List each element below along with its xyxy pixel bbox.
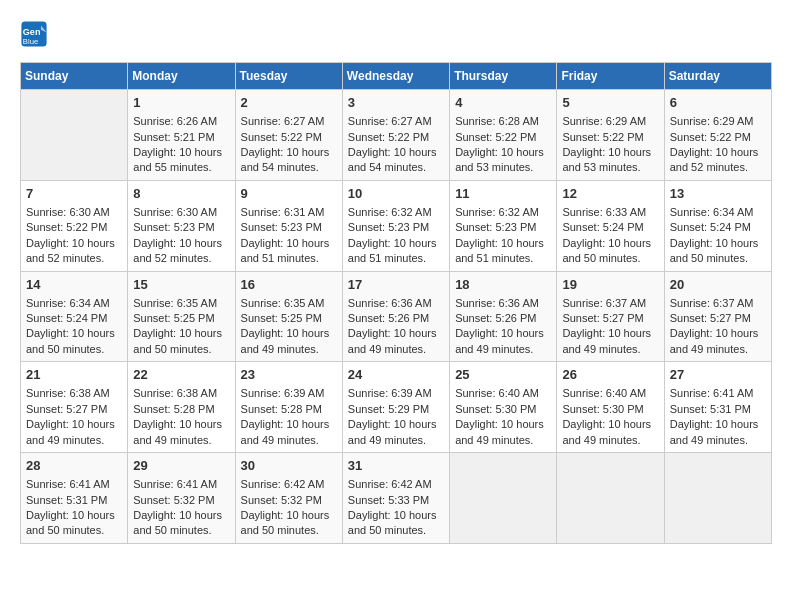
calendar-cell: 8Sunrise: 6:30 AMSunset: 5:23 PMDaylight… — [128, 180, 235, 271]
cell-info-line: Daylight: 10 hours — [241, 417, 337, 432]
calendar-cell: 6Sunrise: 6:29 AMSunset: 5:22 PMDaylight… — [664, 90, 771, 181]
cell-info-line: Sunset: 5:22 PM — [348, 130, 444, 145]
calendar-cell: 4Sunrise: 6:28 AMSunset: 5:22 PMDaylight… — [450, 90, 557, 181]
calendar-cell: 7Sunrise: 6:30 AMSunset: 5:22 PMDaylight… — [21, 180, 128, 271]
day-number: 2 — [241, 94, 337, 112]
cell-info-line: Sunset: 5:23 PM — [133, 220, 229, 235]
weekday-header: Wednesday — [342, 63, 449, 90]
day-number: 17 — [348, 276, 444, 294]
day-number: 1 — [133, 94, 229, 112]
day-number: 20 — [670, 276, 766, 294]
cell-info-line: and 50 minutes. — [26, 523, 122, 538]
cell-info-line: Sunset: 5:24 PM — [562, 220, 658, 235]
day-number: 12 — [562, 185, 658, 203]
cell-info-line: and 52 minutes. — [133, 251, 229, 266]
cell-info-line: Daylight: 10 hours — [562, 417, 658, 432]
cell-info-line: Daylight: 10 hours — [348, 236, 444, 251]
cell-info-line: Sunrise: 6:35 AM — [133, 296, 229, 311]
cell-info-line: Sunrise: 6:37 AM — [670, 296, 766, 311]
cell-info-line: and 53 minutes. — [455, 160, 551, 175]
logo-icon: Gen Blue — [20, 20, 48, 48]
cell-info-line: and 49 minutes. — [562, 342, 658, 357]
calendar-cell — [664, 453, 771, 544]
cell-info-line: Sunset: 5:26 PM — [455, 311, 551, 326]
cell-info-line: and 50 minutes. — [133, 342, 229, 357]
day-number: 24 — [348, 366, 444, 384]
day-number: 8 — [133, 185, 229, 203]
cell-info-line: and 50 minutes. — [133, 523, 229, 538]
cell-info-line: Sunrise: 6:29 AM — [562, 114, 658, 129]
cell-info-line: Sunrise: 6:30 AM — [133, 205, 229, 220]
cell-info-line: Sunset: 5:22 PM — [562, 130, 658, 145]
cell-info-line: Sunrise: 6:36 AM — [348, 296, 444, 311]
cell-info-line: Sunset: 5:22 PM — [241, 130, 337, 145]
calendar-cell: 18Sunrise: 6:36 AMSunset: 5:26 PMDayligh… — [450, 271, 557, 362]
day-number: 4 — [455, 94, 551, 112]
cell-info-line: Sunset: 5:33 PM — [348, 493, 444, 508]
day-number: 29 — [133, 457, 229, 475]
calendar-cell — [450, 453, 557, 544]
calendar-cell: 11Sunrise: 6:32 AMSunset: 5:23 PMDayligh… — [450, 180, 557, 271]
cell-info-line: Sunset: 5:32 PM — [133, 493, 229, 508]
cell-info-line: Daylight: 10 hours — [455, 236, 551, 251]
cell-info-line: and 52 minutes. — [26, 251, 122, 266]
cell-info-line: Sunrise: 6:27 AM — [241, 114, 337, 129]
cell-info-line: and 50 minutes. — [241, 523, 337, 538]
cell-info-line: Sunrise: 6:29 AM — [670, 114, 766, 129]
calendar-cell: 15Sunrise: 6:35 AMSunset: 5:25 PMDayligh… — [128, 271, 235, 362]
cell-info-line: Sunrise: 6:42 AM — [241, 477, 337, 492]
cell-info-line: Daylight: 10 hours — [348, 508, 444, 523]
cell-info-line: Sunrise: 6:37 AM — [562, 296, 658, 311]
day-number: 23 — [241, 366, 337, 384]
cell-info-line: and 50 minutes. — [670, 251, 766, 266]
cell-info-line: and 53 minutes. — [562, 160, 658, 175]
cell-info-line: Daylight: 10 hours — [133, 236, 229, 251]
day-number: 26 — [562, 366, 658, 384]
calendar-cell: 20Sunrise: 6:37 AMSunset: 5:27 PMDayligh… — [664, 271, 771, 362]
cell-info-line: Sunrise: 6:42 AM — [348, 477, 444, 492]
day-number: 11 — [455, 185, 551, 203]
cell-info-line: Sunset: 5:25 PM — [133, 311, 229, 326]
calendar-cell: 2Sunrise: 6:27 AMSunset: 5:22 PMDaylight… — [235, 90, 342, 181]
cell-info-line: Sunset: 5:22 PM — [455, 130, 551, 145]
cell-info-line: Sunrise: 6:40 AM — [562, 386, 658, 401]
cell-info-line: Daylight: 10 hours — [133, 326, 229, 341]
cell-info-line: Sunset: 5:27 PM — [26, 402, 122, 417]
day-number: 19 — [562, 276, 658, 294]
cell-info-line: Sunset: 5:23 PM — [455, 220, 551, 235]
cell-info-line: Sunrise: 6:34 AM — [26, 296, 122, 311]
cell-info-line: Daylight: 10 hours — [241, 326, 337, 341]
calendar-cell: 27Sunrise: 6:41 AMSunset: 5:31 PMDayligh… — [664, 362, 771, 453]
cell-info-line: Sunset: 5:32 PM — [241, 493, 337, 508]
calendar-week-row: 21Sunrise: 6:38 AMSunset: 5:27 PMDayligh… — [21, 362, 772, 453]
cell-info-line: and 50 minutes. — [562, 251, 658, 266]
day-number: 13 — [670, 185, 766, 203]
day-number: 10 — [348, 185, 444, 203]
cell-info-line: and 55 minutes. — [133, 160, 229, 175]
cell-info-line: and 51 minutes. — [455, 251, 551, 266]
cell-info-line: Daylight: 10 hours — [348, 145, 444, 160]
calendar-cell: 30Sunrise: 6:42 AMSunset: 5:32 PMDayligh… — [235, 453, 342, 544]
weekday-header: Thursday — [450, 63, 557, 90]
cell-info-line: and 49 minutes. — [670, 433, 766, 448]
calendar-cell: 9Sunrise: 6:31 AMSunset: 5:23 PMDaylight… — [235, 180, 342, 271]
cell-info-line: Sunrise: 6:31 AM — [241, 205, 337, 220]
cell-info-line: Daylight: 10 hours — [562, 145, 658, 160]
cell-info-line: Sunset: 5:26 PM — [348, 311, 444, 326]
cell-info-line: Sunset: 5:23 PM — [241, 220, 337, 235]
weekday-header: Monday — [128, 63, 235, 90]
cell-info-line: Sunset: 5:24 PM — [26, 311, 122, 326]
calendar-cell: 5Sunrise: 6:29 AMSunset: 5:22 PMDaylight… — [557, 90, 664, 181]
day-number: 21 — [26, 366, 122, 384]
calendar-cell — [21, 90, 128, 181]
cell-info-line: Sunrise: 6:41 AM — [133, 477, 229, 492]
day-number: 3 — [348, 94, 444, 112]
day-number: 31 — [348, 457, 444, 475]
cell-info-line: Daylight: 10 hours — [133, 508, 229, 523]
day-number: 25 — [455, 366, 551, 384]
logo: Gen Blue — [20, 20, 52, 48]
cell-info-line: and 49 minutes. — [133, 433, 229, 448]
cell-info-line: Daylight: 10 hours — [670, 417, 766, 432]
cell-info-line: Sunrise: 6:35 AM — [241, 296, 337, 311]
cell-info-line: Daylight: 10 hours — [26, 508, 122, 523]
